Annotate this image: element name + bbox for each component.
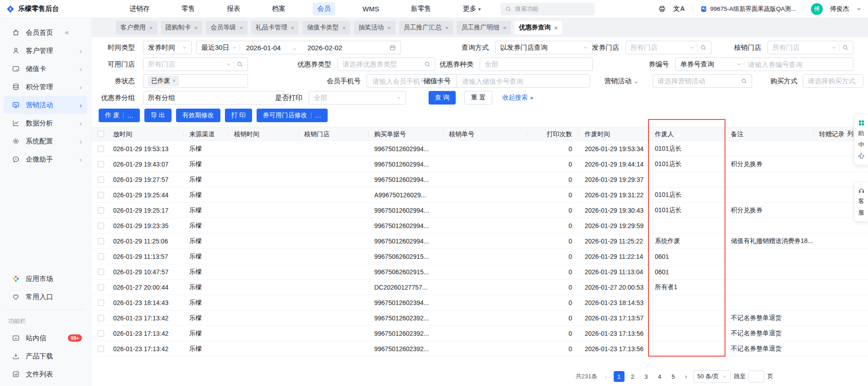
page-button[interactable]: 3 (641, 371, 652, 382)
col-remark[interactable]: 备注 (725, 127, 814, 141)
topbar-nav-item[interactable]: 报表 (222, 2, 245, 15)
jump-page-input[interactable] (748, 371, 764, 382)
tab[interactable]: 员工推广汇总 × (399, 21, 453, 34)
search-icon[interactable] (741, 78, 747, 84)
close-icon[interactable]: × (387, 24, 391, 31)
tab[interactable]: 储值卡类型 × (302, 21, 350, 34)
search-icon[interactable] (237, 61, 243, 67)
row-checkbox[interactable] (98, 346, 104, 352)
query-mode-select[interactable]: 以发券门店查询 (495, 41, 593, 54)
page-button[interactable]: 5 (668, 371, 679, 382)
row-checkbox[interactable] (98, 253, 104, 260)
col-verify-store[interactable]: 核销门店 (299, 127, 369, 141)
remove-tag-icon[interactable]: × (172, 78, 176, 84)
avatar[interactable]: 傅 (811, 3, 823, 15)
close-icon[interactable]: × (239, 24, 243, 31)
more-options-icon[interactable]: … (315, 112, 321, 119)
tab[interactable]: 礼品卡管理 × (251, 21, 299, 34)
page-button[interactable]: 1 (614, 371, 625, 382)
page-button[interactable]: 4 (654, 371, 665, 382)
sidebar-item-analytics[interactable]: 数据分析 › (4, 114, 87, 132)
row-checkbox[interactable] (98, 161, 104, 167)
search-icon[interactable] (700, 44, 706, 51)
col-print-count[interactable]: 打印次数 (527, 127, 579, 141)
chevron-down-icon[interactable]: ⌄ (633, 77, 639, 85)
validity-modify-button[interactable]: 有效期修改 (176, 109, 220, 122)
row-checkbox[interactable] (98, 330, 104, 337)
close-icon[interactable]: × (291, 24, 295, 31)
more-options-icon[interactable]: … (127, 112, 134, 119)
coupon-kind-select[interactable]: 全部 (480, 57, 593, 71)
search-icon[interactable] (424, 61, 430, 67)
page-size-select[interactable]: 50 条/页 (693, 370, 731, 383)
topbar-nav-item[interactable]: 新零售 (406, 2, 436, 15)
row-checkbox[interactable] (98, 300, 104, 306)
close-icon[interactable]: × (554, 24, 558, 31)
tab[interactable]: 优惠券查询 × (515, 21, 563, 34)
translate-icon[interactable]: 文A (673, 5, 685, 13)
printed-select[interactable]: 全部 (309, 91, 406, 105)
close-icon[interactable]: × (149, 24, 153, 31)
col-void-time[interactable]: 作废时间 (579, 127, 649, 141)
help-center-floater[interactable]: 助 中 心 (854, 115, 868, 165)
search-icon[interactable] (842, 44, 849, 51)
tab[interactable]: 客户费用 × (116, 21, 157, 34)
tab[interactable]: 会员等级 × (206, 21, 248, 34)
sidebar-item-points-mgmt[interactable]: 积分管理 › (4, 78, 87, 96)
row-checkbox[interactable] (98, 207, 104, 214)
close-icon[interactable]: × (445, 24, 449, 31)
row-checkbox[interactable] (98, 146, 104, 152)
sidebar-item-file-list[interactable]: 文件列表 (4, 365, 87, 383)
sidebar-item-system-config[interactable]: 系统配置 › (4, 132, 87, 150)
purchase-mode-select[interactable]: 请选择购买方式 (803, 74, 863, 88)
date-range-picker[interactable]: 最近30日 2026-01-04 → 2026-02-02 (196, 41, 401, 54)
page-button[interactable]: 2 (627, 371, 638, 382)
issue-store-select[interactable]: 所有门店 (625, 41, 711, 54)
store-modify-button[interactable]: 券可用门店修改 … (257, 109, 328, 122)
sidebar-item-product-download[interactable]: 产品下载 (4, 347, 87, 365)
stored-card-input[interactable] (461, 77, 585, 86)
reset-button[interactable]: 重 置 (464, 91, 492, 105)
tab[interactable]: 员工推广明细 × (457, 21, 511, 34)
row-checkbox[interactable] (98, 223, 104, 229)
chevron-down-icon[interactable] (856, 6, 862, 12)
close-icon[interactable]: × (503, 24, 506, 31)
date-start-value[interactable]: 2026-01-04 (246, 44, 281, 52)
coupon-group-select[interactable]: 所有分组 (143, 91, 285, 105)
sidebar-item-inbox[interactable]: 站内信 99+ (4, 329, 87, 347)
close-icon[interactable]: × (342, 24, 346, 31)
coupon-no-input[interactable] (747, 60, 849, 69)
tab[interactable]: 抽奖活动 × (354, 21, 396, 34)
export-button[interactable]: 导 出 (144, 109, 172, 122)
row-checkbox[interactable] (98, 315, 104, 321)
col-verify-time[interactable]: 核销时间 (229, 127, 299, 141)
collapse-search-link[interactable]: 收起搜索 (502, 94, 534, 102)
global-search[interactable] (501, 3, 595, 15)
row-checkbox[interactable] (98, 192, 104, 198)
coupon-type-select[interactable]: 请选择优惠券类型 (338, 57, 435, 71)
row-checkbox[interactable] (98, 238, 104, 244)
date-end-value[interactable]: 2026-02-02 (307, 44, 342, 52)
col-issue-time[interactable]: 放时间 (113, 127, 184, 141)
topbar-nav-item[interactable]: 档案 (267, 2, 290, 15)
void-button[interactable]: 作 废 … (99, 109, 140, 122)
search-input[interactable] (514, 5, 590, 13)
sidebar-item-app-market[interactable]: 应用市场 (4, 270, 87, 288)
time-type-select[interactable]: 发券时间 (143, 41, 192, 54)
customer-service-floater[interactable]: 客 服 (854, 183, 868, 221)
col-verify-no[interactable]: 核销单号 (444, 127, 527, 141)
search-button[interactable]: 查 询 (429, 91, 456, 105)
collapse-sidebar-icon[interactable] (63, 29, 70, 36)
verify-store-select[interactable]: 所有门店 (768, 41, 854, 54)
coupon-no-field[interactable]: 单券号查询 (675, 57, 854, 71)
sidebar-item-member-home[interactable]: 会员首页 (4, 24, 87, 42)
col-source[interactable]: 来源渠道 (184, 127, 229, 141)
stored-card-field[interactable] (456, 74, 590, 88)
workspace-switcher[interactable]: 99675-A组新界面果蔬版QA测... (700, 5, 796, 13)
sidebar-item-customer-mgmt[interactable]: 客户管理 › (4, 42, 87, 60)
row-checkbox[interactable] (98, 284, 104, 291)
coupon-status-select[interactable]: 已作废× (143, 74, 248, 88)
sidebar-item-marketing[interactable]: 营销活动 › (4, 96, 87, 114)
prev-page-button[interactable]: ‹ (602, 373, 611, 380)
topbar-nav-item[interactable]: 会员 (313, 2, 335, 15)
